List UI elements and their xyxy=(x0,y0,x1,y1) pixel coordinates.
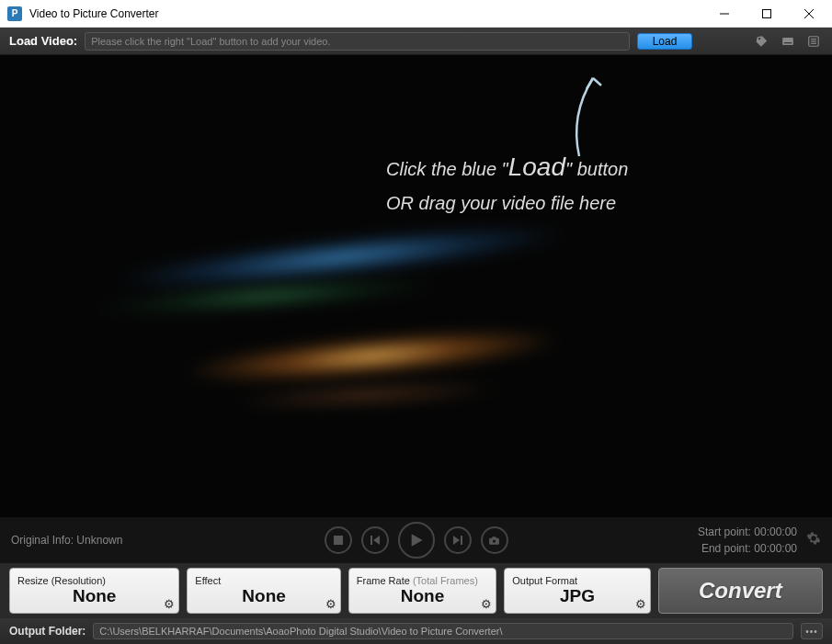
svg-marker-12 xyxy=(373,536,380,545)
effect-label: Effect xyxy=(195,575,332,586)
prev-frame-button[interactable] xyxy=(361,526,389,554)
original-info-label: Original Info: Unknown xyxy=(11,534,122,547)
svg-rect-15 xyxy=(461,536,462,545)
list-icon[interactable] xyxy=(804,32,823,51)
decorative-streak xyxy=(165,317,580,394)
decorative-streak xyxy=(230,378,507,412)
app-icon xyxy=(7,6,22,21)
svg-rect-4 xyxy=(782,37,793,44)
tag-icon[interactable] xyxy=(753,32,771,51)
minimize-button[interactable] xyxy=(703,0,746,28)
settings-bar: Resize (Resolution) None ⚙ Effect None ⚙… xyxy=(0,563,832,618)
load-video-bar: Load Video: Please click the right "Load… xyxy=(0,28,832,55)
gear-icon: ⚙ xyxy=(635,597,646,611)
trim-points: Start point: 00:00:00 End point: 00:00:0… xyxy=(698,524,821,557)
frame-rate-label: Frame Rate (Total Frames) xyxy=(357,575,488,586)
window-controls xyxy=(703,0,830,28)
player-controls-bar: Original Info: Unknown Start point: 00:0… xyxy=(0,517,832,563)
stop-button[interactable] xyxy=(325,526,352,554)
snapshot-button[interactable] xyxy=(481,526,508,554)
load-button[interactable]: Load xyxy=(637,33,692,50)
resize-value: None xyxy=(17,586,171,606)
effect-value: None xyxy=(195,586,332,606)
video-preview-area[interactable]: Click the blue "Load" button OR drag you… xyxy=(0,55,832,517)
video-path-placeholder: Please click the right "Load" button to … xyxy=(91,36,330,47)
gear-icon: ⚙ xyxy=(164,597,175,611)
svg-marker-14 xyxy=(453,536,460,545)
convert-button[interactable]: Convert xyxy=(658,568,823,614)
svg-rect-10 xyxy=(334,536,343,545)
close-button[interactable] xyxy=(788,0,830,28)
svg-point-16 xyxy=(493,539,496,542)
output-folder-label: Output Folder: xyxy=(9,625,85,638)
svg-marker-13 xyxy=(411,534,422,546)
svg-rect-5 xyxy=(784,42,792,43)
window-titlebar: Video to Picture Converter xyxy=(0,0,832,28)
browse-folder-button[interactable]: ••• xyxy=(801,623,823,639)
end-point-label: End point: 00:00:00 xyxy=(698,540,797,557)
output-folder-path[interactable]: C:\Users\BELKHARRAF\Documents\AoaoPhoto … xyxy=(93,623,793,639)
output-format-label: Output Format xyxy=(512,575,642,586)
play-button[interactable] xyxy=(398,522,435,559)
subtitle-icon[interactable] xyxy=(779,32,797,51)
drop-hint-text: Click the blue "Load" button OR drag you… xyxy=(386,147,628,218)
gear-icon: ⚙ xyxy=(325,597,336,611)
resize-setting[interactable]: Resize (Resolution) None ⚙ xyxy=(9,568,179,614)
maximize-button[interactable] xyxy=(746,0,788,28)
playback-controls xyxy=(325,522,508,559)
load-video-label: Load Video: xyxy=(9,34,77,48)
svg-rect-1 xyxy=(763,9,771,17)
output-format-setting[interactable]: Output Format JPG ⚙ xyxy=(504,568,650,614)
frame-rate-setting[interactable]: Frame Rate (Total Frames) None ⚙ xyxy=(348,568,496,614)
effect-setting[interactable]: Effect None ⚙ xyxy=(187,568,340,614)
svg-rect-11 xyxy=(370,536,372,545)
trim-settings-gear-icon[interactable] xyxy=(806,531,821,550)
output-folder-bar: Output Folder: C:\Users\BELKHARRAF\Docum… xyxy=(0,618,832,644)
window-title: Video to Picture Converter xyxy=(29,7,703,20)
app-body: Load Video: Please click the right "Load… xyxy=(0,28,832,644)
gear-icon: ⚙ xyxy=(481,597,492,611)
output-format-value: JPG xyxy=(512,586,642,606)
next-frame-button[interactable] xyxy=(444,526,472,554)
resize-label: Resize (Resolution) xyxy=(17,575,171,586)
frame-rate-value: None xyxy=(357,586,488,606)
start-point-label: Start point: 00:00:00 xyxy=(698,524,797,540)
video-path-input[interactable]: Please click the right "Load" button to … xyxy=(85,32,630,51)
